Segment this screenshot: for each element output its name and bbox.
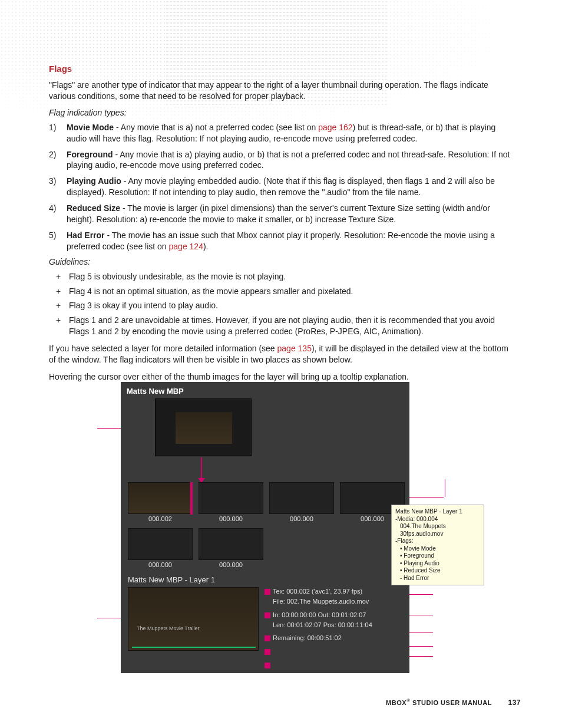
output-preview <box>155 398 252 456</box>
list-number: 4) <box>49 203 67 225</box>
detail-thumb-text: The Muppets Movie Trailer <box>137 625 200 631</box>
tooltip-flag-item: • Movie Mode <box>395 545 480 553</box>
tooltip-flag-item: - Had Error <box>395 575 480 582</box>
layer-thumbnail[interactable] <box>128 528 193 560</box>
tooltip-flag-item: • Playing Audio <box>395 560 480 568</box>
flag-list: 1) Movie Mode - Any movie that is a) not… <box>49 122 514 252</box>
extra-flag-1 <box>265 647 372 656</box>
detail-thumbnail[interactable]: The Muppets Movie Trailer <box>128 587 259 651</box>
guidelines-list: +Flag 5 is obviously undesirable, as the… <box>49 271 514 337</box>
list-number: 2) <box>49 149 67 172</box>
thumb-caption: 000.000 <box>128 561 193 568</box>
footer-brand: MBOX <box>386 699 406 706</box>
preview-image <box>176 412 232 444</box>
app-window: Matts New MBP 000.002 000.000 000.000 00… <box>121 382 409 673</box>
tooltip-filename: 004.The Muppets 30fps.audio.mov <box>395 523 480 538</box>
guideline-item: +Flags 1 and 2 are unavoidable at times.… <box>56 315 514 337</box>
extra-flag-2 <box>265 661 372 670</box>
callout-line-vertical <box>445 479 445 497</box>
layer-thumbnail[interactable] <box>199 482 263 514</box>
list-text: Playing Audio - Any movie playing embedd… <box>67 176 514 198</box>
remaining-line: Remaining: 00:00:51:02 <box>265 634 372 643</box>
flag-square-icon <box>265 612 270 618</box>
page-content: Flags "Flags" are another type of indica… <box>49 64 514 388</box>
plus-icon: + <box>56 286 69 297</box>
page-footer: MBOX® STUDIO USER MANUAL 137 <box>386 698 521 707</box>
list-text: Had Error - The movie has an issue such … <box>67 230 514 252</box>
callout-line <box>409 594 433 595</box>
guideline-item: +Flag 5 is obviously undesirable, as the… <box>56 271 514 282</box>
callout-line <box>409 497 444 498</box>
layer-thumbnail[interactable] <box>128 482 193 514</box>
callout-line <box>409 615 433 615</box>
flag-square-icon <box>265 649 270 655</box>
tooltip-media: -Media: 000.004 <box>395 516 480 523</box>
thumb-caption: 000.000 <box>199 561 263 568</box>
guideline-item: +Flag 4 is not an optimal situation, as … <box>56 286 514 297</box>
paragraph-hover: Hovering the cursor over either of the t… <box>49 371 514 383</box>
section-heading: Flags <box>49 64 514 74</box>
page-link[interactable]: page 135 <box>277 344 312 353</box>
list-text: Reduced Size - The movie is larger (in p… <box>67 203 514 225</box>
subhead-guidelines: Guidelines: <box>49 257 514 266</box>
tooltip-title: Matts New MBP - Layer 1 <box>395 508 480 516</box>
callout-line <box>97 428 121 429</box>
thumb-caption: 000.002 <box>128 515 193 522</box>
layer-row-1: 000.002 000.000 000.000 000.000 <box>128 482 402 523</box>
subhead-types: Flag indication types: <box>49 108 514 117</box>
tooltip-flag-item: • Foreground <box>395 552 480 560</box>
flag-square-icon <box>265 635 270 641</box>
callout-line <box>97 618 121 618</box>
callout-arrow <box>201 457 202 480</box>
inout-line: In: 00:00:00:00 Out: 00:01:02:07 <box>265 611 372 620</box>
plus-icon: + <box>56 315 69 337</box>
flag-item-1: 1) Movie Mode - Any movie that is a) not… <box>49 122 514 144</box>
callout-line <box>409 646 433 647</box>
screenshot-figure: Matts New MBP 000.002 000.000 000.000 00… <box>121 382 409 673</box>
callout-line <box>409 633 433 633</box>
plus-icon: + <box>56 271 69 282</box>
flag-item-4: 4) Reduced Size - The movie is larger (i… <box>49 203 514 225</box>
flag-square-icon <box>265 589 270 595</box>
layer-thumbnail[interactable] <box>269 482 334 514</box>
list-number: 5) <box>49 230 67 252</box>
detail-layer-title: Matts New MBP - Layer 1 <box>128 575 215 584</box>
list-text: Movie Mode - Any movie that is a) not a … <box>67 122 514 144</box>
layer-row-2: 000.000 000.000 <box>128 528 402 569</box>
progress-bar <box>132 647 256 648</box>
window-title: Matts New MBP <box>127 387 184 396</box>
flag-square-icon <box>265 663 270 668</box>
intro-paragraph: "Flags" are another type of indicator th… <box>49 80 514 102</box>
detail-info-block: Tex: 000.002 ('avc1', 23.97 fps) File: 0… <box>265 587 372 671</box>
list-text: Foreground - Any movie that is a) playin… <box>67 149 514 172</box>
guideline-item: +Flag 3 is okay if you intend to play au… <box>56 300 514 311</box>
flag-indicator <box>190 482 193 515</box>
list-number: 3) <box>49 176 67 198</box>
tooltip-flag-item: • Reduced Size <box>395 567 480 575</box>
flag-item-5: 5) Had Error - The movie has an issue su… <box>49 230 514 252</box>
layer-tooltip: Matts New MBP - Layer 1 -Media: 000.004 … <box>391 505 484 585</box>
tex-line: Tex: 000.002 ('avc1', 23.97 fps) <box>265 587 372 596</box>
lenpos-line: Len: 00:01:02:07 Pos: 00:00:11:04 <box>265 621 372 630</box>
layer-thumbnail[interactable] <box>199 528 263 560</box>
list-number: 1) <box>49 122 67 144</box>
callout-line <box>409 656 433 657</box>
paragraph-detail: If you have selected a layer for more de… <box>49 343 514 365</box>
flag-item-3: 3) Playing Audio - Any movie playing emb… <box>49 176 514 198</box>
tooltip-flags-label: -Flags: <box>395 538 480 545</box>
thumb-caption: 000.000 <box>269 515 334 522</box>
flag-item-2: 2) Foreground - Any movie that is a) pla… <box>49 149 514 172</box>
page-link[interactable]: page 162 <box>318 123 352 132</box>
page-link[interactable]: page 124 <box>169 242 203 251</box>
thumb-caption: 000.000 <box>199 515 263 522</box>
plus-icon: + <box>56 300 69 311</box>
page-number: 137 <box>508 699 521 707</box>
footer-title: STUDIO USER MANUAL <box>410 699 491 706</box>
file-line: File: 002.The Muppets.audio.mov <box>265 597 372 606</box>
